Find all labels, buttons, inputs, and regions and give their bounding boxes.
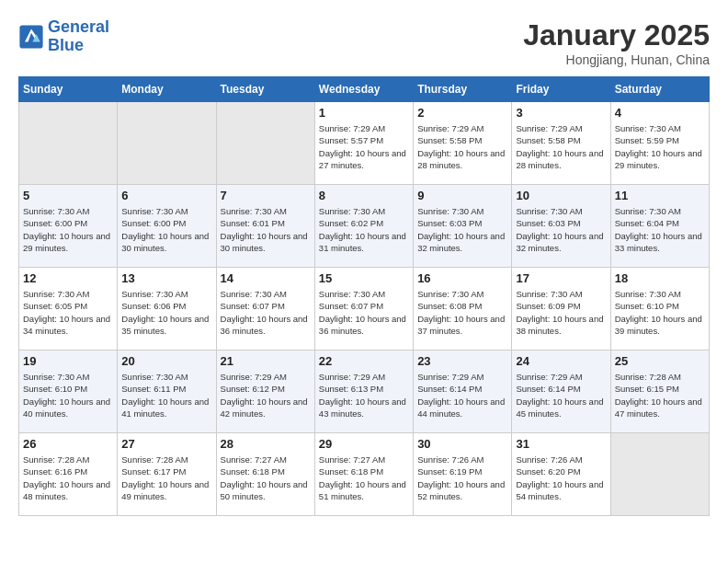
day-number: 16 bbox=[417, 271, 507, 285]
day-number: 24 bbox=[516, 354, 606, 368]
day-number: 21 bbox=[221, 354, 311, 368]
day-info: Sunrise: 7:30 AM Sunset: 6:05 PM Dayligh… bbox=[23, 288, 113, 337]
day-number: 12 bbox=[23, 271, 113, 285]
day-info: Sunrise: 7:30 AM Sunset: 6:00 PM Dayligh… bbox=[23, 205, 113, 254]
day-number: 6 bbox=[121, 189, 211, 202]
day-number: 31 bbox=[516, 437, 606, 451]
day-info: Sunrise: 7:30 AM Sunset: 6:01 PM Dayligh… bbox=[221, 205, 311, 254]
logo-line2: Blue bbox=[48, 37, 109, 55]
calendar-week-row: 5Sunrise: 7:30 AM Sunset: 6:00 PM Daylig… bbox=[19, 185, 710, 268]
svg-rect-0 bbox=[19, 25, 42, 48]
calendar-cell: 13Sunrise: 7:30 AM Sunset: 6:06 PM Dayli… bbox=[118, 268, 216, 350]
calendar-cell: 4Sunrise: 7:30 AM Sunset: 5:59 PM Daylig… bbox=[610, 102, 709, 185]
calendar-cell: 29Sunrise: 7:27 AM Sunset: 6:18 PM Dayli… bbox=[314, 433, 413, 516]
day-info: Sunrise: 7:28 AM Sunset: 6:17 PM Dayligh… bbox=[121, 454, 211, 502]
calendar-cell: 6Sunrise: 7:30 AM Sunset: 6:00 PM Daylig… bbox=[118, 185, 216, 268]
day-info: Sunrise: 7:29 AM Sunset: 6:12 PM Dayligh… bbox=[221, 371, 311, 419]
day-info: Sunrise: 7:30 AM Sunset: 6:03 PM Dayligh… bbox=[417, 205, 507, 254]
month-title: January 2025 bbox=[523, 18, 710, 52]
day-info: Sunrise: 7:29 AM Sunset: 6:14 PM Dayligh… bbox=[417, 371, 507, 419]
day-info: Sunrise: 7:29 AM Sunset: 5:57 PM Dayligh… bbox=[319, 122, 409, 171]
weekday-header: Sunday bbox=[19, 77, 118, 102]
day-number: 8 bbox=[319, 189, 409, 202]
day-number: 30 bbox=[417, 437, 507, 451]
calendar-cell: 20Sunrise: 7:30 AM Sunset: 6:11 PM Dayli… bbox=[118, 350, 216, 433]
day-info: Sunrise: 7:30 AM Sunset: 6:06 PM Dayligh… bbox=[121, 288, 211, 337]
day-info: Sunrise: 7:29 AM Sunset: 5:58 PM Dayligh… bbox=[516, 122, 606, 171]
weekday-header: Thursday bbox=[414, 77, 512, 102]
weekday-header: Saturday bbox=[610, 77, 709, 102]
day-number: 4 bbox=[615, 106, 705, 120]
day-number: 29 bbox=[319, 437, 409, 451]
day-info: Sunrise: 7:27 AM Sunset: 6:18 PM Dayligh… bbox=[319, 454, 409, 502]
calendar-cell: 2Sunrise: 7:29 AM Sunset: 5:58 PM Daylig… bbox=[414, 102, 512, 185]
calendar-cell: 18Sunrise: 7:30 AM Sunset: 6:10 PM Dayli… bbox=[610, 268, 709, 350]
calendar-cell: 15Sunrise: 7:30 AM Sunset: 6:07 PM Dayli… bbox=[314, 268, 413, 350]
day-number: 10 bbox=[516, 189, 606, 202]
calendar-body: 1Sunrise: 7:29 AM Sunset: 5:57 PM Daylig… bbox=[19, 102, 710, 516]
page-header: General Blue January 2025 Hongjiang, Hun… bbox=[18, 18, 710, 67]
day-info: Sunrise: 7:30 AM Sunset: 5:59 PM Dayligh… bbox=[615, 122, 705, 171]
day-info: Sunrise: 7:28 AM Sunset: 6:15 PM Dayligh… bbox=[615, 371, 705, 419]
calendar-cell: 30Sunrise: 7:26 AM Sunset: 6:19 PM Dayli… bbox=[414, 433, 512, 516]
calendar-cell: 5Sunrise: 7:30 AM Sunset: 6:00 PM Daylig… bbox=[19, 185, 118, 268]
day-info: Sunrise: 7:26 AM Sunset: 6:19 PM Dayligh… bbox=[417, 454, 507, 502]
weekday-header: Monday bbox=[118, 77, 216, 102]
day-number: 7 bbox=[221, 189, 311, 202]
day-number: 25 bbox=[615, 354, 705, 368]
day-info: Sunrise: 7:29 AM Sunset: 6:14 PM Dayligh… bbox=[516, 371, 606, 419]
calendar-week-row: 26Sunrise: 7:28 AM Sunset: 6:16 PM Dayli… bbox=[19, 433, 710, 516]
day-number: 14 bbox=[221, 271, 311, 285]
day-info: Sunrise: 7:30 AM Sunset: 6:09 PM Dayligh… bbox=[516, 288, 606, 337]
calendar-week-row: 12Sunrise: 7:30 AM Sunset: 6:05 PM Dayli… bbox=[19, 268, 710, 350]
calendar-cell: 14Sunrise: 7:30 AM Sunset: 6:07 PM Dayli… bbox=[216, 268, 314, 350]
day-number: 22 bbox=[319, 354, 409, 368]
day-info: Sunrise: 7:30 AM Sunset: 6:11 PM Dayligh… bbox=[121, 371, 211, 419]
calendar-cell: 12Sunrise: 7:30 AM Sunset: 6:05 PM Dayli… bbox=[19, 268, 118, 350]
day-info: Sunrise: 7:30 AM Sunset: 6:08 PM Dayligh… bbox=[417, 288, 507, 337]
day-info: Sunrise: 7:30 AM Sunset: 6:07 PM Dayligh… bbox=[319, 288, 409, 337]
day-info: Sunrise: 7:27 AM Sunset: 6:18 PM Dayligh… bbox=[221, 454, 311, 502]
calendar-cell: 27Sunrise: 7:28 AM Sunset: 6:17 PM Dayli… bbox=[118, 433, 216, 516]
calendar-cell: 31Sunrise: 7:26 AM Sunset: 6:20 PM Dayli… bbox=[512, 433, 610, 516]
calendar-cell: 25Sunrise: 7:28 AM Sunset: 6:15 PM Dayli… bbox=[610, 350, 709, 433]
calendar-cell: 1Sunrise: 7:29 AM Sunset: 5:57 PM Daylig… bbox=[314, 102, 413, 185]
day-number: 3 bbox=[516, 106, 606, 120]
calendar-table: SundayMondayTuesdayWednesdayThursdayFrid… bbox=[18, 76, 710, 516]
title-block: January 2025 Hongjiang, Hunan, China bbox=[523, 18, 710, 67]
weekday-header: Friday bbox=[512, 77, 610, 102]
day-info: Sunrise: 7:29 AM Sunset: 6:13 PM Dayligh… bbox=[319, 371, 409, 419]
logo-text: General Blue bbox=[48, 18, 109, 55]
calendar-week-row: 1Sunrise: 7:29 AM Sunset: 5:57 PM Daylig… bbox=[19, 102, 710, 185]
day-info: Sunrise: 7:30 AM Sunset: 6:07 PM Dayligh… bbox=[221, 288, 311, 337]
day-number: 11 bbox=[615, 189, 705, 202]
day-number: 26 bbox=[23, 437, 113, 451]
calendar-cell: 19Sunrise: 7:30 AM Sunset: 6:10 PM Dayli… bbox=[19, 350, 118, 433]
day-info: Sunrise: 7:30 AM Sunset: 6:10 PM Dayligh… bbox=[23, 371, 113, 419]
day-info: Sunrise: 7:28 AM Sunset: 6:16 PM Dayligh… bbox=[23, 454, 113, 502]
calendar-cell: 24Sunrise: 7:29 AM Sunset: 6:14 PM Dayli… bbox=[512, 350, 610, 433]
calendar-cell: 26Sunrise: 7:28 AM Sunset: 6:16 PM Dayli… bbox=[19, 433, 118, 516]
day-number: 5 bbox=[23, 189, 113, 202]
logo: General Blue bbox=[18, 18, 109, 55]
logo-icon bbox=[18, 24, 44, 50]
calendar-week-row: 19Sunrise: 7:30 AM Sunset: 6:10 PM Dayli… bbox=[19, 350, 710, 433]
day-number: 19 bbox=[23, 354, 113, 368]
calendar-cell: 7Sunrise: 7:30 AM Sunset: 6:01 PM Daylig… bbox=[216, 185, 314, 268]
day-number: 9 bbox=[417, 189, 507, 202]
day-number: 15 bbox=[319, 271, 409, 285]
calendar-cell: 10Sunrise: 7:30 AM Sunset: 6:03 PM Dayli… bbox=[512, 185, 610, 268]
logo-line1: General bbox=[48, 17, 109, 36]
weekday-header: Tuesday bbox=[216, 77, 314, 102]
day-number: 1 bbox=[319, 106, 409, 120]
day-number: 23 bbox=[417, 354, 507, 368]
calendar-cell: 17Sunrise: 7:30 AM Sunset: 6:09 PM Dayli… bbox=[512, 268, 610, 350]
day-number: 27 bbox=[121, 437, 211, 451]
calendar-cell bbox=[19, 102, 118, 185]
day-info: Sunrise: 7:30 AM Sunset: 6:03 PM Dayligh… bbox=[516, 205, 606, 254]
calendar-cell bbox=[216, 102, 314, 185]
day-number: 18 bbox=[615, 271, 705, 285]
calendar-cell: 16Sunrise: 7:30 AM Sunset: 6:08 PM Dayli… bbox=[414, 268, 512, 350]
location-subtitle: Hongjiang, Hunan, China bbox=[523, 52, 710, 67]
calendar-cell: 22Sunrise: 7:29 AM Sunset: 6:13 PM Dayli… bbox=[314, 350, 413, 433]
